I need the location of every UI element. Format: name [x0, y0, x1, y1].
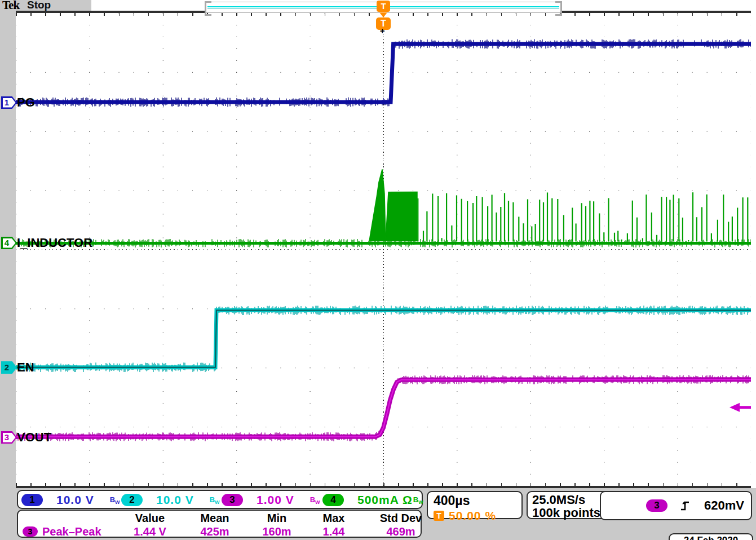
- trigger-position-percent: 50.00 %: [449, 509, 496, 523]
- datetime-box: 24 Feb 2020: [669, 533, 753, 540]
- measurement-header-row: Value Mean Min Max Std Dev: [18, 511, 421, 525]
- trigger-point-cross-icon: +: [380, 26, 384, 36]
- trigger-level: 620mV: [704, 498, 744, 513]
- meas-header-stddev: Std Dev: [362, 511, 440, 525]
- channel-readout-4: 4 500mA Ω BW: [322, 493, 423, 507]
- bandwidth-limit-icon: BW: [310, 495, 320, 505]
- tek-logo: Tek: [2, 0, 19, 12]
- meas-value: 1.44 V: [118, 525, 182, 538]
- meas-header-min: Min: [248, 511, 306, 525]
- datetime-text: 24 Feb 2020: [684, 535, 738, 540]
- channel-readout-3: 3 1.00 V BW: [222, 493, 320, 507]
- bandwidth-limit-icon: BW: [210, 495, 220, 505]
- header: Tek Stop: [0, 0, 91, 11]
- channel-readout-2: 2 10.0 V BW: [121, 493, 220, 507]
- channel-marker-2: 2: [1, 361, 17, 374]
- meas-header-value: Value: [118, 511, 182, 525]
- meas-min: 160m: [248, 525, 306, 538]
- bandwidth-limit-icon: BW: [413, 495, 423, 505]
- waveform-svg: [16, 13, 751, 486]
- channel-label-pg: PG: [17, 95, 35, 110]
- meas-header-max: Max: [306, 511, 362, 525]
- graticule-plot-area: [16, 11, 751, 488]
- channel-scale-4: 500mA: [357, 493, 399, 507]
- channel-label-i-inductor: I_INDUCTOR: [17, 236, 92, 250]
- oscilloscope-screen: Tek Stop T T + 1 4 2 3 PG I_INDUC: [0, 0, 756, 540]
- channel-label-en: EN: [17, 360, 34, 375]
- trigger-position-badge: T: [377, 1, 390, 12]
- meas-stddev: 469m: [362, 525, 440, 538]
- measurement-box: Value Mean Min Max Std Dev 3 Peak–Peak 1…: [17, 510, 422, 538]
- channel-label-vout: VOUT: [17, 430, 51, 445]
- trigger-level-arrow: [730, 403, 751, 412]
- channel-readout-1: 1 10.0 V BW: [21, 493, 120, 507]
- channel-marker-4: 4: [1, 237, 17, 249]
- bandwidth-limit-icon: BW: [110, 495, 120, 505]
- channel-badge-4: 4: [322, 494, 344, 506]
- impedance-ohm-icon: Ω: [403, 493, 412, 507]
- trigger-position-readout: T 50.00 %: [434, 509, 516, 523]
- channel-marker-3: 3: [1, 431, 17, 444]
- channel-scale-1: 10.0 V: [56, 493, 94, 507]
- trigger-box: 3 620mV: [600, 491, 752, 520]
- channel-badge-2: 2: [121, 494, 143, 506]
- trigger-arrow-down-icon: [379, 12, 387, 17]
- acquisition-status: Stop: [27, 0, 51, 11]
- channel-scale-2: 10.0 V: [156, 493, 194, 507]
- channel-settings-box: 1 10.0 V BW 2 10.0 V BW 3 1.00 V BW 4 50…: [17, 490, 423, 509]
- time-per-division: 400µs: [434, 493, 516, 508]
- trigger-source-badge: 3: [646, 499, 667, 512]
- channel-badge-3: 3: [222, 494, 243, 506]
- meas-header-mean: Mean: [182, 511, 248, 525]
- channel-marker-1: 1: [1, 96, 17, 109]
- measurement-row: 3 Peak–Peak 1.44 V 425m 160m 1.44 469m: [18, 525, 421, 538]
- rising-edge-icon: [680, 499, 691, 512]
- timebase-box: 400µs T 50.00 %: [427, 491, 523, 519]
- measurement-source: 3 Peak–Peak: [18, 525, 118, 538]
- meas-source-badge: 3: [23, 526, 38, 537]
- meas-name: Peak–Peak: [42, 525, 101, 538]
- meas-max: 1.44: [306, 525, 362, 538]
- channel-badge-1: 1: [21, 494, 43, 506]
- meas-mean: 425m: [182, 525, 248, 538]
- channel-scale-3: 1.00 V: [257, 493, 294, 507]
